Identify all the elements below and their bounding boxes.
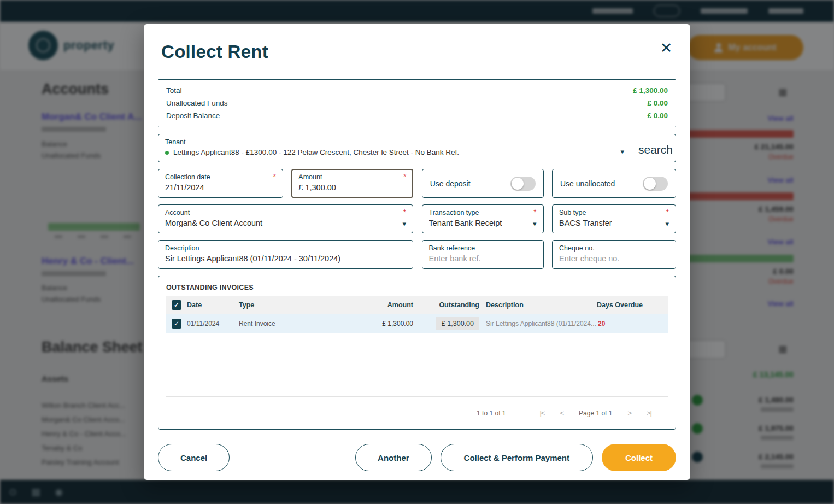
toggle-switch[interactable] — [643, 177, 668, 191]
summary-row: Unallocated Funds £ 0.00 — [166, 97, 668, 109]
next-page-icon[interactable]: > — [627, 409, 631, 417]
row-checkbox[interactable]: ✓ — [172, 319, 181, 329]
cheque-no-field[interactable]: Cheque no. Enter cheque no. — [552, 240, 676, 269]
invoice-type: Rent Invoice — [239, 320, 377, 327]
column-amount: Amount — [377, 301, 418, 309]
summary-row: Total £ 1,300.00 — [166, 84, 668, 97]
tenant-select[interactable]: Tenant Lettings Applicant88 - £1300.00 -… — [158, 134, 676, 162]
invoice-outstanding: £ 1,300.00 — [436, 317, 479, 330]
bank-reference-placeholder: Enter bank ref. — [429, 254, 537, 263]
invoices-title: OUTSTANDING INVOICES — [166, 284, 668, 291]
text-caret — [337, 183, 338, 192]
column-date: Date — [187, 301, 239, 309]
use-unallocated-toggle[interactable]: Use unallocated — [552, 169, 676, 198]
chevron-down-icon[interactable]: ▾ — [665, 220, 669, 228]
required-marker: * — [403, 173, 406, 181]
description-value: Sir Lettings Applicant88 (01/11/2024 - 3… — [165, 254, 406, 263]
green-status-dot — [165, 151, 169, 155]
another-button[interactable]: Another — [355, 444, 432, 471]
unallocated-funds-value: £ 0.00 — [647, 99, 668, 107]
invoice-row[interactable]: ✓ 01/11/2024 Rent Invoice £ 1,300.00 £ 1… — [166, 314, 668, 333]
modal-footer: Cancel Another Collect & Perform Payment… — [158, 444, 676, 471]
toggle-switch[interactable] — [510, 177, 536, 191]
close-icon[interactable]: ✕ — [656, 38, 676, 58]
cheque-no-placeholder: Enter cheque no. — [559, 254, 669, 263]
collect-button[interactable]: Collect — [602, 444, 676, 471]
collection-date-field[interactable]: Collection date * 21/11/2024 — [158, 169, 283, 198]
invoice-description: Sir Lettings Applicant88 (01/11/2024... — [486, 320, 597, 327]
amount-label: Amount — [298, 173, 322, 181]
use-deposit-toggle[interactable]: Use deposit — [422, 169, 544, 198]
cheque-no-label: Cheque no. — [559, 244, 595, 252]
column-days-overdue: Days Overdue — [597, 301, 668, 309]
pagination-page: Page 1 of 1 — [579, 409, 612, 417]
last-page-icon[interactable]: >| — [647, 409, 651, 417]
outstanding-invoices-panel: OUTSTANDING INVOICES ✓ Date Type Amount … — [158, 276, 676, 430]
sub-type-select[interactable]: Sub type * BACS Transfer ▾ — [552, 204, 676, 233]
cancel-button[interactable]: Cancel — [158, 444, 230, 471]
total-label: Total — [166, 86, 182, 95]
tenant-value: Lettings Applicant88 - £1300.00 - 122 Pe… — [165, 148, 669, 156]
modal-title: Collect Rent — [161, 42, 673, 62]
check-icon: ✓ — [174, 301, 179, 309]
check-icon: ✓ — [174, 320, 179, 327]
prev-page-icon[interactable]: < — [560, 409, 563, 417]
chevron-down-icon[interactable]: ▾ — [533, 220, 537, 228]
select-all-checkbox[interactable]: ✓ — [172, 300, 181, 310]
column-description: Description — [486, 301, 597, 309]
pagination: 1 to 1 of 1 |< < Page 1 of 1 > >| — [166, 396, 668, 429]
toggle-knob — [644, 178, 656, 190]
account-label: Account — [165, 209, 190, 216]
bank-reference-label: Bank reference — [429, 244, 475, 252]
invoice-amount: £ 1,300.00 — [377, 320, 418, 327]
collection-date-label: Collection date — [165, 173, 210, 181]
sub-type-label: Sub type — [559, 209, 586, 216]
account-select[interactable]: Account * Morgan& Co Client Account ▾ — [158, 204, 413, 233]
required-marker: * — [533, 209, 536, 216]
required-marker: * — [403, 209, 406, 216]
invoices-table-header: ✓ Date Type Amount Outstanding Descripti… — [166, 296, 668, 314]
total-value: £ 1,300.00 — [633, 86, 668, 95]
invoice-date: 01/11/2024 — [187, 320, 239, 327]
transaction-type-value: Tenant Bank Receipt — [429, 219, 537, 227]
pagination-range: 1 to 1 of 1 — [477, 409, 506, 417]
account-value: Morgan& Co Client Account — [165, 219, 406, 227]
transaction-type-label: Transaction type — [429, 209, 479, 216]
column-type: Type — [239, 301, 377, 309]
transaction-type-select[interactable]: Transaction type * Tenant Bank Receipt ▾ — [422, 204, 544, 233]
collect-rent-dialog: ✕ Collect Rent Total £ 1,300.00 Unalloca… — [144, 24, 690, 480]
bank-reference-field[interactable]: Bank reference Enter bank ref. — [422, 240, 544, 269]
collect-perform-payment-button[interactable]: Collect & Perform Payment — [441, 444, 593, 471]
column-outstanding: Outstanding — [418, 301, 486, 309]
use-deposit-label: Use deposit — [430, 179, 471, 188]
first-page-icon[interactable]: |< — [539, 409, 544, 417]
chevron-down-icon[interactable]: ▾ — [402, 220, 406, 228]
summary-row: Deposit Balance £ 0.00 — [166, 109, 668, 122]
description-field[interactable]: Description Sir Lettings Applicant88 (01… — [158, 240, 413, 269]
invoice-days-overdue: 20 — [597, 320, 668, 327]
required-marker: * — [273, 173, 276, 181]
deposit-balance-label: Deposit Balance — [166, 112, 220, 120]
description-label: Description — [165, 244, 199, 252]
unallocated-funds-label: Unallocated Funds — [166, 99, 228, 107]
chevron-down-icon[interactable]: ▾ — [620, 148, 624, 156]
search-cursor-label: search — [636, 138, 673, 161]
tenant-label: Tenant — [165, 138, 186, 146]
use-unallocated-label: Use unallocated — [560, 179, 615, 188]
totals-summary: Total £ 1,300.00 Unallocated Funds £ 0.0… — [158, 79, 676, 127]
collection-date-value: 21/11/2024 — [165, 183, 276, 192]
amount-value: £ 1,300.00 — [298, 183, 336, 192]
amount-field[interactable]: Amount * £ 1,300.00 — [291, 169, 413, 198]
toggle-knob — [512, 178, 524, 190]
deposit-balance-value: £ 0.00 — [647, 112, 668, 120]
sub-type-value: BACS Transfer — [559, 219, 669, 227]
required-marker: * — [666, 209, 669, 216]
